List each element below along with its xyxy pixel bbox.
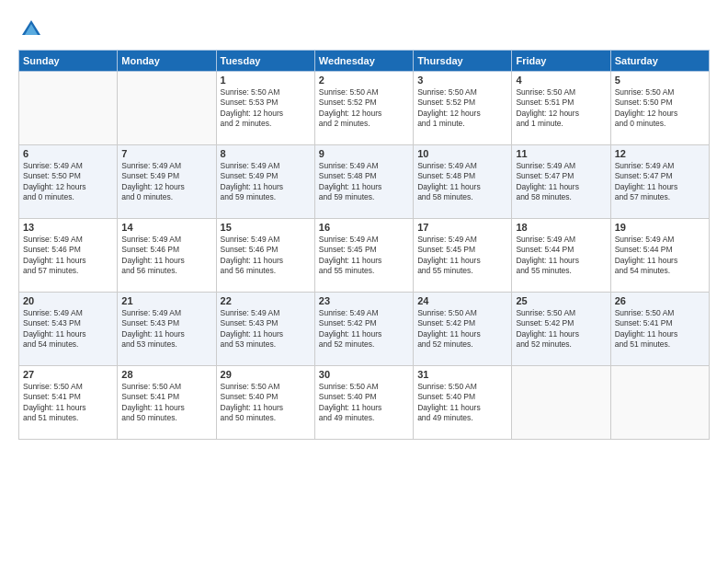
header bbox=[18, 17, 710, 42]
cell-info: Sunrise: 5:49 AM Sunset: 5:47 PM Dayligh… bbox=[516, 161, 606, 203]
calendar-cell: 6Sunrise: 5:49 AM Sunset: 5:50 PM Daylig… bbox=[19, 145, 118, 219]
day-number: 4 bbox=[516, 75, 606, 86]
day-number: 22 bbox=[221, 295, 311, 306]
calendar-cell: 4Sunrise: 5:50 AM Sunset: 5:51 PM Daylig… bbox=[512, 72, 610, 145]
logo-icon bbox=[18, 17, 44, 42]
cell-info: Sunrise: 5:50 AM Sunset: 5:40 PM Dayligh… bbox=[417, 382, 507, 424]
day-number: 28 bbox=[121, 369, 211, 380]
cell-info: Sunrise: 5:50 AM Sunset: 5:40 PM Dayligh… bbox=[221, 382, 311, 424]
calendar-cell bbox=[118, 72, 216, 145]
day-number: 14 bbox=[121, 222, 211, 233]
day-number: 29 bbox=[221, 369, 311, 380]
day-number: 12 bbox=[615, 148, 705, 159]
cell-info: Sunrise: 5:49 AM Sunset: 5:47 PM Dayligh… bbox=[615, 161, 705, 203]
calendar-cell: 2Sunrise: 5:50 AM Sunset: 5:52 PM Daylig… bbox=[314, 72, 413, 145]
cell-info: Sunrise: 5:50 AM Sunset: 5:52 PM Dayligh… bbox=[319, 87, 409, 130]
day-number: 13 bbox=[23, 222, 113, 233]
weekday-header-monday: Monday bbox=[118, 51, 216, 72]
calendar-cell: 18Sunrise: 5:49 AM Sunset: 5:44 PM Dayli… bbox=[512, 219, 610, 293]
cell-info: Sunrise: 5:49 AM Sunset: 5:42 PM Dayligh… bbox=[319, 308, 409, 350]
cell-info: Sunrise: 5:49 AM Sunset: 5:44 PM Dayligh… bbox=[615, 235, 705, 277]
cell-info: Sunrise: 5:50 AM Sunset: 5:42 PM Dayligh… bbox=[516, 308, 606, 350]
cell-info: Sunrise: 5:49 AM Sunset: 5:46 PM Dayligh… bbox=[221, 235, 311, 277]
day-number: 5 bbox=[615, 75, 705, 86]
cell-info: Sunrise: 5:49 AM Sunset: 5:45 PM Dayligh… bbox=[319, 235, 409, 277]
cell-info: Sunrise: 5:50 AM Sunset: 5:42 PM Dayligh… bbox=[417, 308, 507, 350]
day-number: 11 bbox=[516, 148, 606, 159]
day-number: 16 bbox=[319, 222, 409, 233]
cell-info: Sunrise: 5:49 AM Sunset: 5:46 PM Dayligh… bbox=[121, 235, 211, 277]
day-number: 20 bbox=[23, 295, 113, 306]
calendar-cell: 16Sunrise: 5:49 AM Sunset: 5:45 PM Dayli… bbox=[314, 219, 413, 293]
cell-info: Sunrise: 5:50 AM Sunset: 5:41 PM Dayligh… bbox=[23, 382, 113, 424]
calendar-cell: 28Sunrise: 5:50 AM Sunset: 5:41 PM Dayli… bbox=[118, 366, 216, 440]
day-number: 25 bbox=[516, 295, 606, 306]
calendar-cell: 27Sunrise: 5:50 AM Sunset: 5:41 PM Dayli… bbox=[19, 366, 118, 440]
weekday-header-sunday: Sunday bbox=[19, 51, 118, 72]
weekday-header-thursday: Thursday bbox=[414, 51, 512, 72]
day-number: 26 bbox=[615, 295, 705, 306]
weekday-header-row: SundayMondayTuesdayWednesdayThursdayFrid… bbox=[19, 51, 710, 72]
calendar-cell: 25Sunrise: 5:50 AM Sunset: 5:42 PM Dayli… bbox=[512, 293, 610, 366]
calendar-week-5: 27Sunrise: 5:50 AM Sunset: 5:41 PM Dayli… bbox=[19, 366, 710, 440]
day-number: 10 bbox=[417, 148, 507, 159]
calendar-week-1: 1Sunrise: 5:50 AM Sunset: 5:53 PM Daylig… bbox=[19, 72, 710, 145]
cell-info: Sunrise: 5:50 AM Sunset: 5:53 PM Dayligh… bbox=[221, 87, 311, 130]
cell-info: Sunrise: 5:49 AM Sunset: 5:48 PM Dayligh… bbox=[319, 161, 409, 203]
day-number: 6 bbox=[23, 148, 113, 159]
calendar-cell: 20Sunrise: 5:49 AM Sunset: 5:43 PM Dayli… bbox=[19, 293, 118, 366]
calendar-cell: 17Sunrise: 5:49 AM Sunset: 5:45 PM Dayli… bbox=[414, 219, 512, 293]
page: SundayMondayTuesdayWednesdayThursdayFrid… bbox=[0, 0, 728, 563]
day-number: 8 bbox=[221, 148, 311, 159]
calendar-cell: 10Sunrise: 5:49 AM Sunset: 5:48 PM Dayli… bbox=[414, 145, 512, 219]
day-number: 1 bbox=[221, 75, 311, 86]
calendar-cell: 3Sunrise: 5:50 AM Sunset: 5:52 PM Daylig… bbox=[414, 72, 512, 145]
day-number: 27 bbox=[23, 369, 113, 380]
calendar-cell: 12Sunrise: 5:49 AM Sunset: 5:47 PM Dayli… bbox=[610, 145, 709, 219]
calendar-cell: 21Sunrise: 5:49 AM Sunset: 5:43 PM Dayli… bbox=[118, 293, 216, 366]
calendar-table: SundayMondayTuesdayWednesdayThursdayFrid… bbox=[18, 50, 710, 440]
calendar-week-2: 6Sunrise: 5:49 AM Sunset: 5:50 PM Daylig… bbox=[19, 145, 710, 219]
calendar-week-4: 20Sunrise: 5:49 AM Sunset: 5:43 PM Dayli… bbox=[19, 293, 710, 366]
weekday-header-friday: Friday bbox=[512, 51, 610, 72]
day-number: 31 bbox=[417, 369, 507, 380]
calendar-cell: 13Sunrise: 5:49 AM Sunset: 5:46 PM Dayli… bbox=[19, 219, 118, 293]
weekday-header-saturday: Saturday bbox=[610, 51, 709, 72]
calendar-cell: 8Sunrise: 5:49 AM Sunset: 5:49 PM Daylig… bbox=[216, 145, 314, 219]
cell-info: Sunrise: 5:49 AM Sunset: 5:46 PM Dayligh… bbox=[23, 235, 113, 277]
day-number: 2 bbox=[319, 75, 409, 86]
day-number: 15 bbox=[221, 222, 311, 233]
cell-info: Sunrise: 5:49 AM Sunset: 5:43 PM Dayligh… bbox=[221, 308, 311, 350]
calendar-cell: 22Sunrise: 5:49 AM Sunset: 5:43 PM Dayli… bbox=[216, 293, 314, 366]
day-number: 21 bbox=[121, 295, 211, 306]
cell-info: Sunrise: 5:50 AM Sunset: 5:40 PM Dayligh… bbox=[319, 382, 409, 424]
logo bbox=[18, 17, 48, 42]
calendar-cell: 29Sunrise: 5:50 AM Sunset: 5:40 PM Dayli… bbox=[216, 366, 314, 440]
calendar-week-3: 13Sunrise: 5:49 AM Sunset: 5:46 PM Dayli… bbox=[19, 219, 710, 293]
cell-info: Sunrise: 5:50 AM Sunset: 5:41 PM Dayligh… bbox=[121, 382, 211, 424]
calendar-cell: 14Sunrise: 5:49 AM Sunset: 5:46 PM Dayli… bbox=[118, 219, 216, 293]
cell-info: Sunrise: 5:50 AM Sunset: 5:41 PM Dayligh… bbox=[615, 308, 705, 350]
calendar-cell: 19Sunrise: 5:49 AM Sunset: 5:44 PM Dayli… bbox=[610, 219, 709, 293]
cell-info: Sunrise: 5:49 AM Sunset: 5:50 PM Dayligh… bbox=[23, 161, 113, 203]
cell-info: Sunrise: 5:50 AM Sunset: 5:52 PM Dayligh… bbox=[417, 87, 507, 130]
day-number: 24 bbox=[417, 295, 507, 306]
weekday-header-tuesday: Tuesday bbox=[216, 51, 314, 72]
cell-info: Sunrise: 5:49 AM Sunset: 5:49 PM Dayligh… bbox=[221, 161, 311, 203]
cell-info: Sunrise: 5:49 AM Sunset: 5:44 PM Dayligh… bbox=[516, 235, 606, 277]
day-number: 30 bbox=[319, 369, 409, 380]
calendar-header: SundayMondayTuesdayWednesdayThursdayFrid… bbox=[19, 51, 710, 72]
calendar-cell: 1Sunrise: 5:50 AM Sunset: 5:53 PM Daylig… bbox=[216, 72, 314, 145]
calendar-cell: 31Sunrise: 5:50 AM Sunset: 5:40 PM Dayli… bbox=[414, 366, 512, 440]
cell-info: Sunrise: 5:49 AM Sunset: 5:43 PM Dayligh… bbox=[23, 308, 113, 350]
calendar-cell: 15Sunrise: 5:49 AM Sunset: 5:46 PM Dayli… bbox=[216, 219, 314, 293]
calendar-cell: 30Sunrise: 5:50 AM Sunset: 5:40 PM Dayli… bbox=[314, 366, 413, 440]
weekday-header-wednesday: Wednesday bbox=[314, 51, 413, 72]
calendar-cell: 11Sunrise: 5:49 AM Sunset: 5:47 PM Dayli… bbox=[512, 145, 610, 219]
cell-info: Sunrise: 5:49 AM Sunset: 5:45 PM Dayligh… bbox=[417, 235, 507, 277]
calendar-cell: 7Sunrise: 5:49 AM Sunset: 5:49 PM Daylig… bbox=[118, 145, 216, 219]
cell-info: Sunrise: 5:49 AM Sunset: 5:48 PM Dayligh… bbox=[417, 161, 507, 203]
calendar-cell: 23Sunrise: 5:49 AM Sunset: 5:42 PM Dayli… bbox=[314, 293, 413, 366]
calendar-body: 1Sunrise: 5:50 AM Sunset: 5:53 PM Daylig… bbox=[19, 72, 710, 440]
day-number: 9 bbox=[319, 148, 409, 159]
